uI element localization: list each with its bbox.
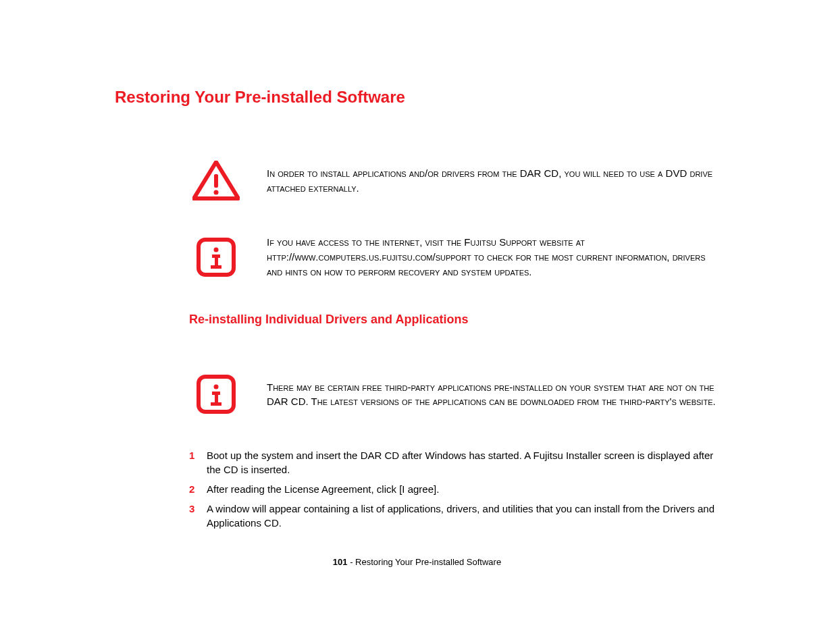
svg-rect-10 [215,392,218,404]
sub-heading: Re-installing Individual Drivers and App… [189,313,719,327]
warning-text: In order to install applications and/or … [267,166,719,196]
svg-point-8 [214,385,219,390]
step-item: 2 After reading the License Agreement, c… [189,482,719,496]
step-text: Boot up the system and insert the DAR CD… [207,448,719,477]
svg-rect-0 [214,174,218,188]
document-page: Restoring Your Pre-installed Software In… [0,0,834,608]
step-item: 3 A window will appear containing a list… [189,502,719,530]
info-icon [192,374,240,414]
svg-point-1 [214,190,219,195]
warning-callout: In order to install applications and/or … [192,161,719,201]
info-icon [192,237,240,277]
steps-list: 1 Boot up the system and insert the DAR … [189,448,719,530]
step-text: After reading the License Agreement, cli… [207,482,719,496]
footer-sep: - [348,557,356,567]
footer-title: Restoring Your Pre-installed Software [355,557,501,567]
page-footer: 101 - Restoring Your Pre-installed Softw… [115,557,719,567]
footer-page-number: 101 [333,557,348,567]
step-number: 1 [189,448,199,477]
svg-rect-6 [211,265,221,269]
svg-rect-5 [215,254,218,267]
info-text-1: If you have access to the internet, visi… [267,235,719,279]
warning-icon [192,161,240,201]
svg-point-3 [214,247,219,252]
info-callout-2: There may be certain free third-party ap… [192,374,719,414]
page-heading: Restoring Your Pre-installed Software [115,88,719,107]
info-callout-1: If you have access to the internet, visi… [192,235,719,279]
step-number: 2 [189,482,199,496]
svg-rect-11 [211,402,221,406]
info-text-2: There may be certain free third-party ap… [267,380,719,410]
step-number: 3 [189,502,199,530]
step-item: 1 Boot up the system and insert the DAR … [189,448,719,477]
step-text: A window will appear containing a list o… [207,502,719,530]
